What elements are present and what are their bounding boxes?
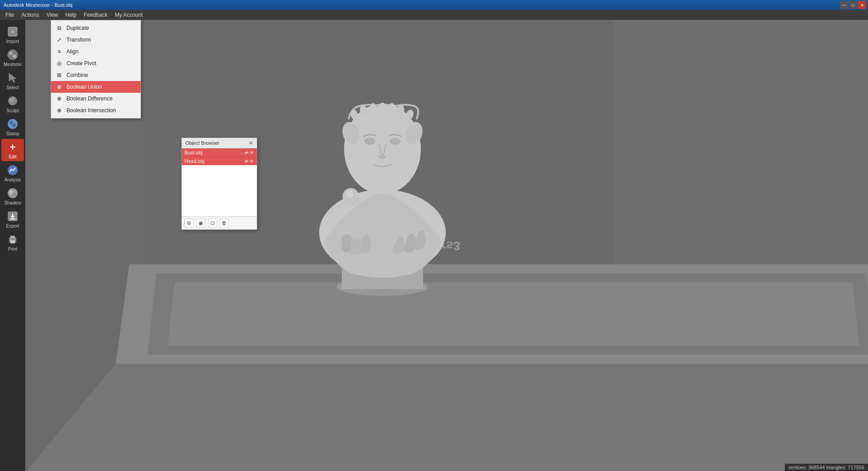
dropdown-item-boolean-union[interactable]: ⊕ Boolean Union bbox=[51, 81, 141, 93]
head-link-icon[interactable]: ⇄ bbox=[245, 159, 248, 164]
align-icon: ≡ bbox=[56, 48, 63, 55]
actions-dropdown-menu: ⧉ Duplicate ⤢ Transform ≡ Align ◎ Create… bbox=[51, 20, 141, 119]
ob-delete-button[interactable]: 🗑 bbox=[220, 219, 229, 228]
object-browser-close-button[interactable]: ✕ bbox=[249, 140, 253, 146]
dropdown-item-transform[interactable]: ⤢ Transform bbox=[51, 34, 141, 46]
menu-bar: File Actions View Help Feedback My Accou… bbox=[0, 10, 868, 20]
ob-add-button[interactable]: ⊕ bbox=[184, 219, 193, 228]
status-text: vertices: 368544 triangles: 717556 bbox=[788, 465, 864, 470]
menu-help[interactable]: Help bbox=[62, 10, 80, 20]
object-browser: Object Browser ✕ Bust.obj ⇄ 👁 Head.obj ⇄… bbox=[181, 138, 257, 230]
analysis-icon bbox=[6, 164, 19, 176]
stamp-label: Stamp bbox=[6, 131, 19, 136]
export-label: Export bbox=[6, 224, 19, 228]
svg-point-9 bbox=[9, 121, 13, 124]
boolean-difference-icon: ⊕ bbox=[56, 95, 63, 102]
sidebar-tool-stamp[interactable]: Stamp bbox=[1, 116, 24, 138]
boolean-union-icon: ⊕ bbox=[56, 83, 63, 90]
minimize-button[interactable]: ─ bbox=[840, 1, 848, 9]
stamp-icon bbox=[6, 118, 19, 130]
boolean-difference-label: Boolean Difference bbox=[66, 95, 113, 102]
sidebar-tool-analysis[interactable]: Analysis bbox=[1, 162, 24, 184]
sidebar-tool-edit[interactable]: Edit bbox=[1, 139, 24, 161]
viewport[interactable]: Makers3 Makers3 bbox=[25, 20, 868, 471]
object-browser-title: Object Browser bbox=[185, 140, 219, 146]
sidebar-tool-import[interactable]: + Import bbox=[1, 24, 24, 46]
svg-marker-30 bbox=[25, 364, 868, 471]
object-browser-header: Object Browser ✕ bbox=[182, 138, 257, 148]
edit-icon bbox=[6, 141, 19, 153]
align-label: Align bbox=[66, 48, 79, 55]
sculpt-label: Sculpt bbox=[6, 108, 19, 113]
title-bar: Autodesk Meshmixer - Bust.obj ─ □ ✕ bbox=[0, 0, 868, 10]
print-label: Print bbox=[8, 247, 18, 252]
dropdown-item-duplicate[interactable]: ⧉ Duplicate bbox=[51, 22, 141, 34]
svg-point-40 bbox=[390, 138, 401, 145]
import-label: Import bbox=[6, 39, 19, 44]
svg-point-8 bbox=[8, 119, 18, 129]
sidebar-tool-meshmix[interactable]: Meshmix bbox=[1, 47, 24, 69]
ob-duplicate-button[interactable]: ⊡ bbox=[208, 219, 217, 228]
sidebar-tool-print[interactable]: Print bbox=[1, 231, 24, 253]
object-browser-content: Bust.obj ⇄ 👁 Head.obj ⇄ 👁 bbox=[182, 148, 257, 216]
svg-point-7 bbox=[9, 98, 14, 102]
object-item-name-head: Head.obj bbox=[184, 158, 243, 164]
import-icon: + bbox=[6, 25, 19, 38]
dropdown-item-boolean-difference[interactable]: ⊕ Boolean Difference bbox=[51, 93, 141, 105]
main-layout: + Import Meshmix Select bbox=[0, 20, 868, 471]
boolean-union-label: Boolean Union bbox=[66, 84, 102, 90]
menu-myaccount[interactable]: My Account bbox=[111, 10, 146, 20]
object-item-icons-head: ⇄ 👁 bbox=[245, 159, 254, 164]
dropdown-item-create-pivot[interactable]: ◎ Create Pivot bbox=[51, 57, 141, 69]
head-eye-icon[interactable]: 👁 bbox=[250, 159, 254, 164]
create-pivot-label: Create Pivot bbox=[66, 60, 96, 67]
create-pivot-icon: ◎ bbox=[56, 60, 63, 67]
svg-text:+: + bbox=[11, 29, 14, 34]
svg-rect-22 bbox=[10, 240, 15, 243]
bust-eye-icon[interactable]: 👁 bbox=[250, 150, 254, 155]
svg-point-4 bbox=[13, 54, 16, 58]
svg-point-23 bbox=[15, 239, 16, 241]
viewport-scene: Makers3 Makers3 bbox=[25, 20, 868, 471]
shaders-icon bbox=[6, 187, 19, 200]
sidebar-tool-shaders[interactable]: Shaders bbox=[1, 185, 24, 207]
dropdown-item-boolean-intersection[interactable]: ⊕ Boolean Intersection bbox=[51, 105, 141, 116]
object-item-name-bust: Bust.obj bbox=[184, 150, 243, 155]
close-button[interactable]: ✕ bbox=[858, 1, 866, 9]
sculpt-icon bbox=[6, 95, 19, 107]
meshmix-label: Meshmix bbox=[4, 62, 22, 67]
dropdown-item-align[interactable]: ≡ Align bbox=[51, 46, 141, 57]
print-icon bbox=[6, 233, 19, 246]
shaders-label: Shaders bbox=[4, 200, 21, 205]
dropdown-item-combine[interactable]: ⊞ Combine bbox=[51, 69, 141, 81]
svg-point-17 bbox=[12, 192, 16, 196]
svg-point-3 bbox=[9, 52, 13, 55]
ob-circle-button[interactable]: ◉ bbox=[196, 219, 205, 228]
export-icon bbox=[6, 210, 19, 223]
menu-file[interactable]: File bbox=[2, 10, 18, 20]
select-label: Select bbox=[6, 85, 19, 90]
transform-icon: ⤢ bbox=[56, 36, 63, 43]
menu-feedback[interactable]: Feedback bbox=[80, 10, 111, 20]
bust-link-icon[interactable]: ⇄ bbox=[245, 150, 248, 155]
svg-marker-5 bbox=[9, 73, 16, 82]
sidebar-tool-select[interactable]: Select bbox=[1, 70, 24, 92]
menu-actions[interactable]: Actions bbox=[18, 10, 42, 20]
boolean-intersection-label: Boolean Intersection bbox=[66, 107, 116, 114]
svg-point-44 bbox=[379, 103, 386, 114]
duplicate-icon: ⧉ bbox=[56, 24, 63, 32]
maximize-button[interactable]: □ bbox=[849, 1, 857, 9]
menu-view[interactable]: View bbox=[43, 10, 62, 20]
combine-icon: ⊞ bbox=[56, 71, 63, 79]
svg-point-2 bbox=[8, 50, 18, 60]
object-browser-item-head[interactable]: Head.obj ⇄ 👁 bbox=[182, 157, 257, 165]
left-sidebar: + Import Meshmix Select bbox=[0, 20, 25, 471]
svg-point-10 bbox=[12, 124, 16, 127]
combine-label: Combine bbox=[66, 72, 88, 78]
object-browser-item-bust[interactable]: Bust.obj ⇄ 👁 bbox=[182, 148, 257, 157]
duplicate-label: Duplicate bbox=[66, 25, 89, 31]
sidebar-tool-sculpt[interactable]: Sculpt bbox=[1, 93, 24, 115]
sidebar-tool-export[interactable]: Export bbox=[1, 208, 24, 230]
svg-point-39 bbox=[364, 138, 375, 145]
svg-marker-29 bbox=[168, 282, 859, 346]
